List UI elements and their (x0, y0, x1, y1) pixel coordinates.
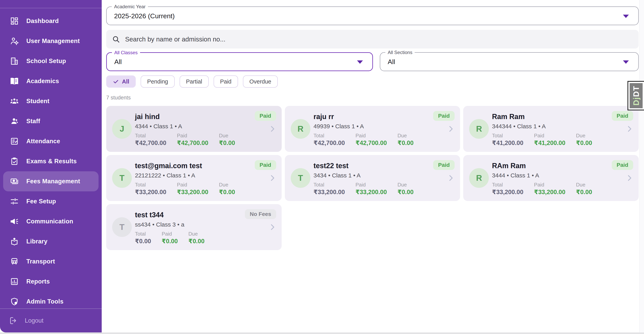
chevron-right-icon (268, 125, 276, 133)
chip-paid[interactable]: Paid (214, 75, 238, 88)
status-badge: Paid (433, 111, 454, 121)
sidebar-item-school-setup[interactable]: School Setup (0, 51, 102, 71)
academic-year-value: 2025-2026 (Current) (114, 12, 175, 20)
sidebar-item-reports[interactable]: Reports (0, 272, 102, 292)
chip-label: Paid (220, 78, 232, 85)
bottom-scrollbar[interactable] (0, 333, 644, 334)
student-name: test@gmai.com test (135, 162, 244, 170)
avatar: R (469, 119, 489, 139)
total-value: ₹33,200.00 (492, 188, 523, 196)
sidebar-item-label: Attendance (26, 138, 60, 145)
paid-value: ₹33,200.00 (177, 188, 208, 196)
sidebar-item-user-management[interactable]: User Management (0, 31, 102, 51)
sidebar-item-exams-results[interactable]: Exams & Results (0, 151, 102, 171)
fee-setup-icon (10, 197, 19, 206)
chevron-right-icon (447, 174, 455, 182)
student-name: jai hind (135, 113, 244, 121)
student-card[interactable]: R raju rr 49939 • Class 1 • A Total₹42,7… (285, 106, 460, 152)
status-badge: No Fees (245, 209, 276, 219)
paid-label: Paid (356, 182, 387, 188)
paid-label: Paid (177, 133, 208, 139)
sidebar-item-student[interactable]: Student (0, 91, 102, 111)
academic-year-select[interactable]: Academic Year 2025-2026 (Current) (106, 6, 639, 25)
student-card[interactable]: T test22 test 3434 • Class 1 • A Total₹3… (285, 155, 460, 201)
section-filter-select[interactable]: All Sections All (380, 52, 639, 71)
sidebar-item-transport[interactable]: Transport (0, 251, 102, 272)
due-value: ₹0.00 (576, 139, 592, 147)
sidebar-item-library[interactable]: Library (0, 231, 102, 251)
sidebar-item-label: Communication (26, 218, 73, 225)
sidebar-item-staff[interactable]: Staff (0, 111, 102, 131)
library-icon (10, 237, 19, 246)
total-label: Total (135, 182, 166, 188)
paid-value: ₹42,700.00 (177, 139, 208, 147)
student-card[interactable]: T test t344 ss434 • Class 3 • a Total₹0.… (106, 204, 282, 250)
status-filter-chips: All Pending Partial Paid Overdue (106, 75, 639, 88)
sidebar-item-label: School Setup (26, 58, 66, 65)
sidebar-item-admin-tools[interactable]: Admin Tools (0, 292, 102, 306)
sidebar-item-label: Fees Management (26, 178, 80, 185)
paid-value: ₹0.00 (162, 238, 178, 245)
sidebar-header (0, 0, 102, 8)
status-badge: Paid (612, 111, 633, 121)
logout-button[interactable]: Logout (0, 309, 102, 333)
sidebar-nav: Dashboard User Management School Setup A… (0, 8, 102, 306)
student-card[interactable]: J jai hind 4344 • Class 1 • A Total₹42,7… (106, 106, 282, 152)
status-badge: Paid (255, 111, 276, 121)
dashboard-icon (10, 16, 19, 25)
due-label: Due (219, 182, 235, 188)
status-badge: Paid (433, 160, 454, 170)
sidebar-item-academics[interactable]: Academics (0, 71, 102, 91)
sidebar-item-fee-setup[interactable]: Fee Setup (0, 191, 102, 211)
sidebar-item-fees-management[interactable]: Fees Management (3, 171, 98, 191)
sidebar-item-communication[interactable]: Communication (0, 211, 102, 231)
chip-label: All (122, 78, 129, 85)
django-debug-toolbar-handle[interactable]: DjDT (628, 81, 644, 110)
reports-icon (10, 277, 19, 286)
total-label: Total (135, 231, 151, 237)
chevron-right-icon (268, 174, 276, 182)
sidebar-item-dashboard[interactable]: Dashboard (0, 11, 102, 31)
student-meta: 3434 • Class 1 • A (314, 172, 423, 179)
total-label: Total (314, 133, 345, 139)
paid-label: Paid (177, 182, 208, 188)
paid-value: ₹42,700.00 (356, 139, 387, 147)
chip-pending[interactable]: Pending (141, 75, 174, 88)
chip-partial[interactable]: Partial (180, 75, 209, 88)
sidebar-item-attendance[interactable]: Attendance (0, 131, 102, 151)
total-label: Total (135, 133, 166, 139)
chip-label: Partial (186, 78, 202, 85)
chevron-down-icon (357, 60, 363, 64)
search-placeholder: Search by name or admission no... (125, 35, 226, 43)
main-content: Academic Year 2025-2026 (Current) Search… (102, 6, 644, 250)
academics-icon (10, 77, 19, 86)
paid-value: ₹33,200.00 (534, 188, 565, 196)
chip-overdue[interactable]: Overdue (243, 75, 278, 88)
section-filter-value: All (388, 58, 395, 66)
class-filter-select[interactable]: All Classes All (106, 52, 373, 71)
total-label: Total (492, 182, 523, 188)
student-meta: ss434 • Class 3 • a (135, 221, 244, 228)
scrollbar[interactable] (639, 0, 644, 333)
sidebar-item-label: Transport (26, 258, 55, 265)
avatar: T (112, 168, 132, 188)
user-management-icon (10, 36, 19, 46)
check-icon (113, 78, 119, 85)
student-meta: 4344 • Class 1 • A (135, 123, 244, 130)
search-input[interactable]: Search by name or admission no... (106, 30, 639, 48)
total-value: ₹33,200.00 (135, 188, 166, 196)
due-value: ₹0.00 (219, 188, 235, 196)
avatar: T (112, 217, 132, 237)
communication-icon (10, 217, 19, 226)
chevron-down-icon (623, 60, 629, 64)
chip-all[interactable]: All (106, 75, 136, 88)
student-card[interactable]: R RAm Ram 3444 • Class 1 • A Total₹33,20… (463, 155, 639, 201)
chevron-right-icon (447, 125, 455, 133)
student-name: test t344 (135, 211, 244, 219)
due-value: ₹0.00 (219, 139, 235, 147)
student-card[interactable]: R Ram Ram 344344 • Class 1 • A Total₹41,… (463, 106, 639, 152)
academic-year-label: Academic Year (112, 4, 148, 9)
sidebar-item-label: Dashboard (26, 17, 59, 24)
search-icon (112, 35, 120, 44)
student-card[interactable]: T test@gmai.com test 22121222 • Class 1 … (106, 155, 282, 201)
